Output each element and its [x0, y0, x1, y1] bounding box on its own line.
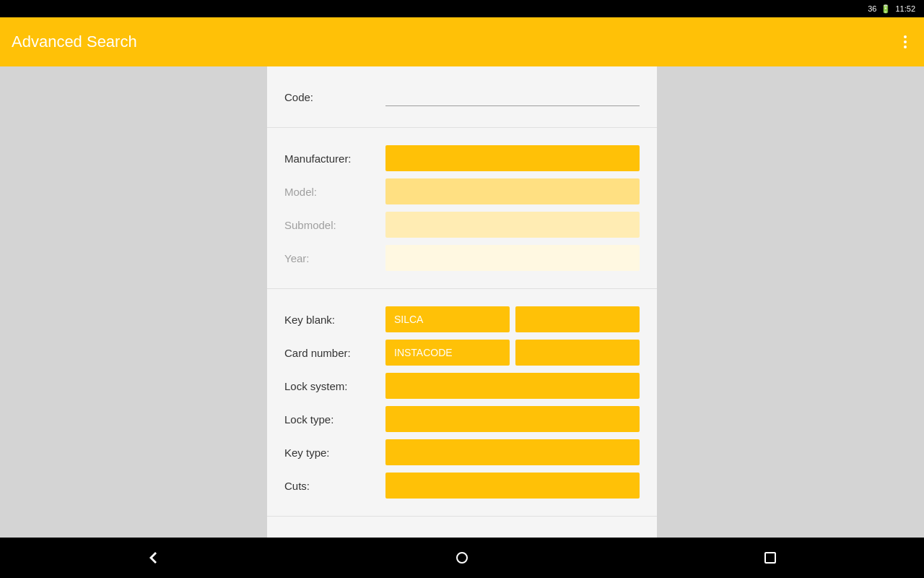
- card-number-instacode-dropdown[interactable]: INSTACODE: [385, 340, 510, 366]
- home-icon: [453, 549, 471, 566]
- model-row: Model:: [284, 177, 640, 206]
- year-row: Year:: [284, 243, 640, 272]
- menu-dot-1: [904, 35, 907, 38]
- app-bar: Advanced Search: [0, 17, 924, 66]
- card-number-label: Card number:: [284, 347, 385, 359]
- key-section: Key blank: SILCA Card number: INSTACODE …: [267, 289, 657, 517]
- isn-row: ISN:: [284, 532, 640, 538]
- key-type-row: Key type:: [284, 438, 640, 467]
- lock-type-dropdown[interactable]: [385, 406, 640, 432]
- key-blank-silca-dropdown[interactable]: SILCA: [385, 306, 510, 332]
- svg-marker-0: [149, 552, 157, 564]
- signal-strength: 36: [868, 4, 876, 13]
- bottom-nav: [0, 538, 924, 578]
- back-icon: [145, 549, 162, 566]
- submodel-dropdown[interactable]: [385, 212, 640, 238]
- code-label: Code:: [284, 91, 385, 103]
- code-row: Code:: [284, 82, 640, 111]
- cuts-row: Cuts:: [284, 471, 640, 500]
- home-button[interactable]: [436, 540, 488, 575]
- lock-system-dropdown[interactable]: [385, 373, 640, 399]
- manufacturer-dropdown[interactable]: [385, 145, 640, 171]
- card-number-inputs: INSTACODE: [385, 340, 640, 366]
- model-dropdown[interactable]: [385, 178, 640, 204]
- key-type-dropdown[interactable]: [385, 439, 640, 465]
- status-bar: 36 🔋 11:52: [0, 0, 924, 17]
- lock-system-label: Lock system:: [284, 380, 385, 392]
- cuts-dropdown[interactable]: [385, 473, 640, 499]
- svg-rect-2: [765, 553, 775, 563]
- cuts-label: Cuts:: [284, 480, 385, 492]
- recent-button[interactable]: [744, 540, 796, 575]
- time-display: 11:52: [895, 4, 915, 13]
- page-title: Advanced Search: [12, 33, 898, 51]
- year-dropdown[interactable]: [385, 245, 640, 271]
- submodel-row: Submodel:: [284, 210, 640, 239]
- year-label: Year:: [284, 252, 385, 264]
- main-content: Code: Manufacturer: Model: Submodel: Yea…: [0, 66, 924, 538]
- key-type-label: Key type:: [284, 447, 385, 459]
- card-number-other-dropdown[interactable]: [515, 340, 640, 366]
- search-form-card: Code: Manufacturer: Model: Submodel: Yea…: [267, 66, 657, 538]
- lock-system-row: Lock system:: [284, 371, 640, 400]
- recent-icon: [762, 549, 779, 566]
- key-blank-row: Key blank: SILCA: [284, 305, 640, 334]
- key-blank-label: Key blank:: [284, 314, 385, 326]
- model-label: Model:: [284, 186, 385, 198]
- battery-icon: 🔋: [881, 4, 891, 14]
- svg-point-1: [457, 553, 467, 563]
- vehicle-section: Manufacturer: Model: Submodel: Year:: [267, 128, 657, 289]
- menu-dot-3: [904, 46, 907, 48]
- more-vert-button[interactable]: [898, 30, 912, 54]
- back-button[interactable]: [128, 540, 180, 575]
- code-section: Code:: [267, 66, 657, 128]
- card-number-row: Card number: INSTACODE: [284, 338, 640, 367]
- manufacturer-label: Manufacturer:: [284, 152, 385, 165]
- isn-section: ISN:: [267, 517, 657, 538]
- key-blank-other-dropdown[interactable]: [515, 306, 640, 332]
- menu-dot-2: [904, 40, 907, 43]
- manufacturer-row: Manufacturer:: [284, 144, 640, 173]
- lock-type-label: Lock type:: [284, 413, 385, 426]
- key-blank-inputs: SILCA: [385, 306, 640, 332]
- lock-type-row: Lock type:: [284, 405, 640, 434]
- submodel-label: Submodel:: [284, 219, 385, 231]
- code-input[interactable]: [385, 87, 640, 106]
